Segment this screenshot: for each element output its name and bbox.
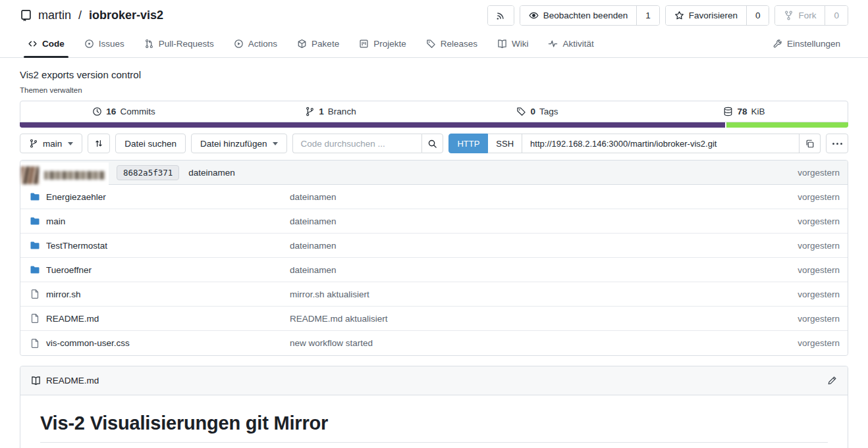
file-link[interactable]: TestThermostat (30, 240, 290, 251)
size-count: 78 (737, 107, 747, 116)
pull-request-icon (144, 39, 154, 49)
folder-icon (30, 216, 40, 226)
clone-ssh-button[interactable]: SSH (488, 134, 522, 153)
fork-count[interactable]: 0 (825, 6, 848, 25)
compare-icon (94, 139, 103, 148)
star-button-label: Favorisieren (689, 11, 738, 20)
tag-icon (426, 39, 436, 49)
stat-size[interactable]: 78 KiB (641, 101, 848, 122)
commit-author[interactable] (20, 162, 109, 188)
file-link[interactable]: README.md (30, 313, 290, 324)
file-date: vorgestern (798, 216, 840, 226)
database-icon (723, 107, 733, 116)
tab-settings[interactable]: Einstellungen (765, 30, 848, 57)
tab-releases[interactable]: Releases (418, 30, 485, 57)
fork-button[interactable]: Fork (775, 6, 825, 25)
star-count[interactable]: 0 (746, 6, 769, 25)
tab-actions[interactable]: Actions (226, 30, 285, 57)
tab-activity[interactable]: Aktivität (540, 30, 601, 57)
repo-stats-bar: 16 Commits 1 Branch 0 Tags (20, 101, 848, 122)
file-link[interactable]: mirror.sh (30, 289, 290, 299)
rss-icon (496, 11, 506, 20)
file-date: vorgestern (798, 192, 840, 202)
file-name-label: Energiezaehler (46, 192, 106, 202)
tab-projects-label: Projekte (373, 39, 406, 49)
code-search-input[interactable] (292, 134, 421, 153)
file-commit-message[interactable]: dateinamen (290, 241, 798, 251)
tab-projects[interactable]: Projekte (351, 30, 414, 57)
tab-code[interactable]: Code (20, 30, 72, 57)
commit-message-link[interactable]: dateinamen (188, 168, 235, 178)
repo-owner-link[interactable]: martin (38, 9, 71, 22)
watch-button[interactable]: Beobachten beenden (520, 6, 636, 25)
clock-icon (92, 107, 102, 116)
file-date: vorgestern (798, 314, 840, 324)
repo-title: martin / iobroker-vis2 (20, 9, 163, 22)
folder-icon (30, 240, 40, 251)
file-icon (30, 289, 40, 299)
pencil-icon (827, 376, 837, 386)
copy-url-button[interactable] (800, 134, 821, 153)
branches-label: Branch (328, 107, 356, 116)
tab-issues[interactable]: Issues (76, 30, 132, 57)
clone-panel: HTTP SSH (448, 134, 821, 153)
tab-activity-label: Aktivität (562, 39, 593, 49)
star-button[interactable]: Favorisieren (666, 6, 746, 25)
table-row: vis-common-user.css new workflow started… (20, 331, 848, 355)
file-commit-message[interactable]: new workflow started (290, 338, 798, 348)
code-search-button[interactable] (421, 134, 443, 153)
commit-hash-badge[interactable]: 8682a5f371 (117, 165, 179, 180)
add-file-dropdown[interactable]: Datei hinzufügen (191, 134, 287, 153)
file-commit-message[interactable]: dateinamen (290, 216, 798, 226)
chevron-down-icon (273, 142, 278, 145)
readme-edit-button[interactable] (827, 376, 837, 386)
language-bar[interactable] (20, 122, 848, 128)
file-icon (30, 313, 40, 324)
star-icon (674, 11, 684, 20)
find-file-label: Datei suchen (124, 139, 176, 149)
tab-packages[interactable]: Pakete (289, 30, 347, 57)
watch-count[interactable]: 1 (636, 6, 659, 25)
branch-dropdown[interactable]: main (20, 134, 82, 153)
clone-url-input[interactable] (522, 134, 800, 153)
branch-name: main (43, 139, 62, 149)
file-link[interactable]: main (30, 216, 290, 226)
commits-label: Commits (120, 107, 155, 116)
stat-branches[interactable]: 1 Branch (227, 101, 434, 122)
code-icon (28, 39, 38, 49)
repo-name-link[interactable]: iobroker-vis2 (89, 9, 163, 22)
find-file-button[interactable]: Datei suchen (115, 134, 186, 153)
file-commit-message[interactable]: dateinamen (290, 192, 798, 202)
pulse-icon (548, 39, 558, 49)
table-row: Tueroeffner dateinamen vorgestern (20, 258, 848, 282)
tab-wiki-label: Wiki (512, 39, 529, 49)
project-icon (359, 39, 369, 49)
clone-http-button[interactable]: HTTP (448, 134, 488, 153)
manage-topics-link[interactable]: Themen verwalten (20, 86, 848, 94)
rss-button[interactable] (488, 6, 514, 25)
more-actions-button[interactable] (826, 134, 848, 153)
stat-tags[interactable]: 0 Tags (434, 101, 641, 122)
tab-settings-label: Einstellungen (787, 39, 840, 49)
commit-date: vorgestern (798, 168, 840, 178)
file-date: vorgestern (798, 241, 840, 251)
fork-button-group: Fork 0 (774, 5, 848, 26)
file-name-label: TestThermostat (46, 241, 107, 251)
table-row: mirror.sh mirror.sh aktualisiert vorgest… (20, 282, 848, 307)
file-link[interactable]: vis-common-user.css (30, 338, 290, 349)
stat-commits[interactable]: 16 Commits (20, 101, 227, 122)
file-commit-message[interactable]: README.md aktualisiert (290, 314, 798, 324)
compare-button[interactable] (88, 134, 110, 153)
file-commit-message[interactable]: dateinamen (290, 265, 798, 275)
file-commit-message[interactable]: mirror.sh aktualisiert (290, 289, 798, 299)
package-icon (297, 39, 307, 49)
chevron-down-icon (68, 142, 73, 145)
file-date: vorgestern (798, 289, 840, 299)
tab-wiki[interactable]: Wiki (489, 30, 537, 57)
file-link[interactable]: Energiezaehler (30, 191, 290, 202)
tab-releases-label: Releases (441, 39, 477, 49)
file-link[interactable]: Tueroeffner (30, 264, 290, 275)
tab-issues-label: Issues (99, 39, 124, 49)
tab-pull-requests[interactable]: Pull-Requests (136, 30, 222, 57)
folder-icon (30, 264, 40, 275)
